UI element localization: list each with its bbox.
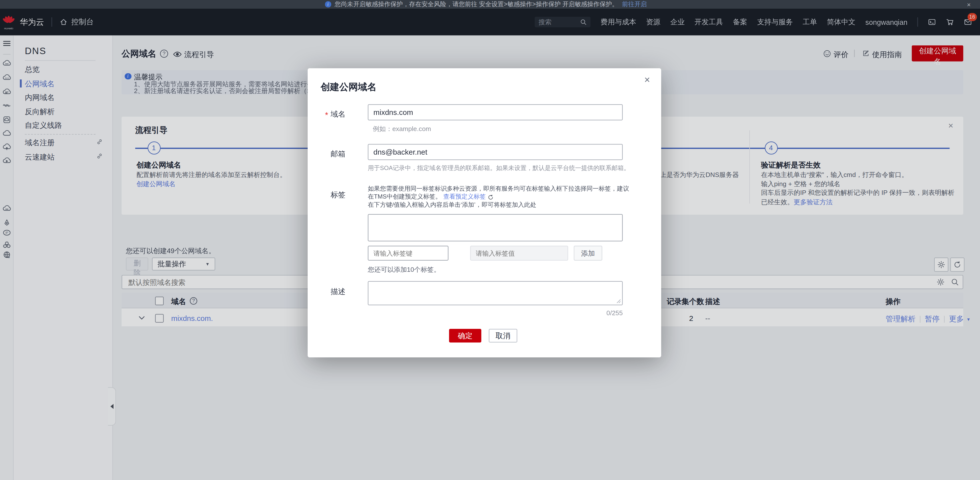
domain-hint: 例如：example.com [373, 125, 431, 134]
huawei-cloud-console: i 您尚未开启敏感操作保护，存在安全风险，请您前往 安全设置>敏感操作>操作保护… [0, 0, 980, 480]
description-textarea[interactable] [368, 281, 623, 306]
resize-handle-icon[interactable] [617, 299, 621, 303]
tag-value-input[interactable] [470, 246, 568, 261]
refresh-icon[interactable] [488, 194, 494, 200]
email-label: 邮箱 [331, 149, 345, 159]
predefined-tags-link[interactable]: 查看预定义标签 [443, 193, 486, 201]
cancel-button[interactable]: 取消 [489, 329, 517, 343]
email-hint: 用于SOA记录中，指定域名管理员的联系邮箱。如果未设置，默认是云平台统一提供的联… [368, 164, 630, 173]
tag-desc-2: 在TMS中创建预定义标签。 [368, 193, 442, 201]
domain-label: 域名 [331, 109, 345, 120]
char-counter: 0/255 [368, 309, 623, 316]
tag-label: 标签 [331, 190, 345, 201]
required-mark: * [325, 110, 328, 120]
tags-remaining-text: 您还可以添加10个标签。 [368, 266, 441, 274]
domain-input[interactable] [368, 104, 623, 120]
tag-desc-3: 在下方键/值输入框输入内容后单击‘添加’，即可将标签加入此处 [368, 201, 536, 209]
ok-button[interactable]: 确定 [449, 329, 481, 343]
email-input[interactable] [368, 144, 623, 160]
close-icon[interactable]: × [644, 75, 650, 86]
tag-desc-1: 如果您需要使用同一标签标识多种云资源，即所有服务均可在标签输入框下拉选择同一标签… [368, 185, 629, 193]
tags-container [368, 214, 623, 241]
tag-add-button[interactable]: 添加 [574, 246, 602, 261]
description-label: 描述 [331, 287, 345, 297]
create-zone-modal: 创建公网域名 × * 域名 例如：example.com 邮箱 用于SOA记录中… [308, 68, 661, 357]
modal-title: 创建公网域名 [321, 81, 377, 93]
tag-key-input[interactable] [368, 246, 449, 261]
